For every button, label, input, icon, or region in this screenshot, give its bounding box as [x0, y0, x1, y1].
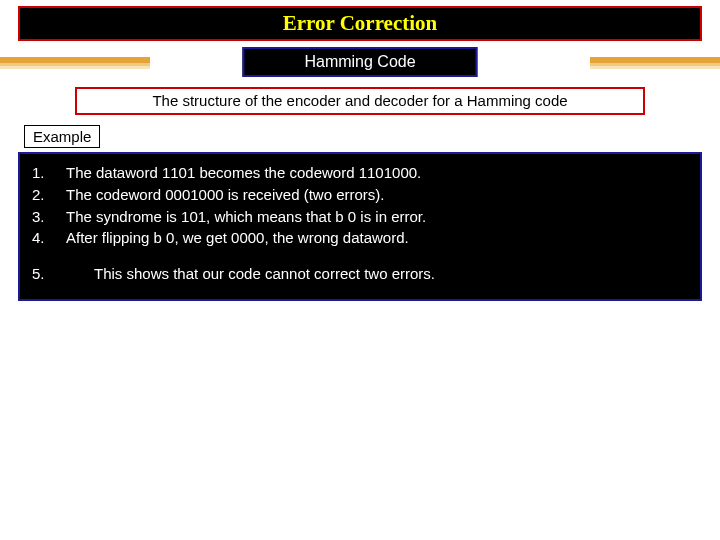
- step-text: The syndrome is 101, which means that b …: [66, 206, 688, 228]
- decorative-stripe-left: [0, 57, 150, 69]
- step-number: 4.: [32, 227, 66, 249]
- step-row: 2. The codeword 0001000 is received (two…: [32, 184, 688, 206]
- content-box: 1. The dataword 1101 becomes the codewor…: [18, 152, 702, 301]
- subtitle-text: Hamming Code: [304, 53, 415, 70]
- step-row: 1. The dataword 1101 becomes the codewor…: [32, 162, 688, 184]
- example-label: Example: [24, 125, 100, 148]
- step-text: This shows that our code cannot correct …: [66, 263, 688, 285]
- description-text: The structure of the encoder and decoder…: [152, 92, 567, 109]
- step-text: The dataword 1101 becomes the codeword 1…: [66, 162, 688, 184]
- step-text: The codeword 0001000 is received (two er…: [66, 184, 688, 206]
- step-number: 3.: [32, 206, 66, 228]
- step-row: 3. The syndrome is 101, which means that…: [32, 206, 688, 228]
- subtitle-box: Hamming Code: [242, 47, 477, 77]
- slide-title: Error Correction: [283, 11, 438, 35]
- step-row: 4. After flipping b 0, we get 0000, the …: [32, 227, 688, 249]
- step-text: After flipping b 0, we get 0000, the wro…: [66, 227, 688, 249]
- subtitle-row: Hamming Code: [0, 47, 720, 81]
- step-number: 1.: [32, 162, 66, 184]
- decorative-stripe-right: [590, 57, 720, 69]
- step-row: 5. This shows that our code cannot corre…: [32, 263, 688, 285]
- description-box: The structure of the encoder and decoder…: [75, 87, 645, 115]
- slide: Error Correction Hamming Code The struct…: [0, 0, 720, 540]
- title-bar: Error Correction: [18, 6, 702, 41]
- step-number: 5.: [32, 263, 66, 285]
- step-number: 2.: [32, 184, 66, 206]
